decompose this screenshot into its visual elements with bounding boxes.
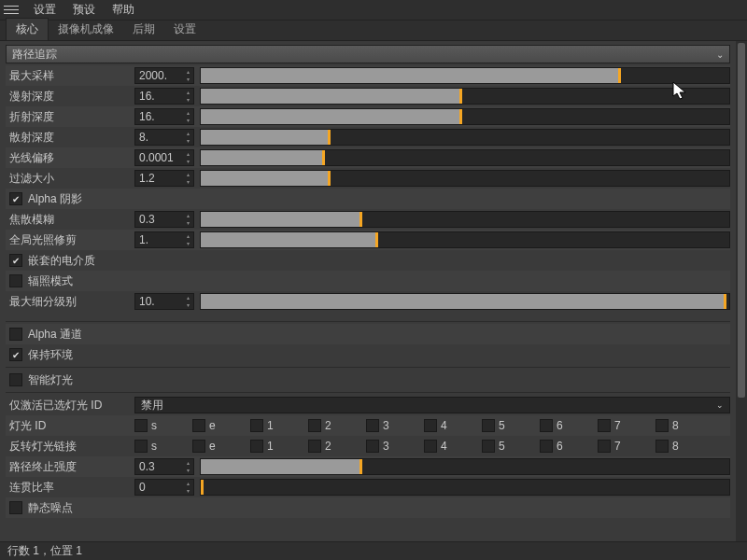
slider-max-samples[interactable] [200, 67, 730, 84]
row-termination: 路径终止强度 0.3▴▾ [6, 456, 730, 477]
status-bar: 行数 1，位置 1 [0, 541, 747, 560]
checkbox-nested-dielectric[interactable] [9, 254, 22, 267]
slider-filter-size[interactable] [200, 170, 730, 187]
slider-max-subdiv[interactable] [200, 293, 730, 310]
cb-light-5[interactable] [482, 419, 495, 432]
label-diffuse-depth: 漫射深度 [6, 89, 129, 105]
slider-diffuse-depth[interactable] [200, 88, 730, 105]
scrollbar-thumb[interactable] [738, 43, 745, 398]
row-coherence: 连贯比率 0▴▾ [6, 477, 730, 497]
section-path-tracing[interactable]: 路径追踪 ⌄ [6, 45, 730, 63]
row-filter-size: 过滤大小 1.2▴▾ [6, 168, 730, 189]
input-max-samples[interactable]: 2000.▴▾ [134, 67, 194, 84]
row-alpha-shadow: Alpha 阴影 [6, 189, 730, 209]
row-smart-light: 智能灯光 [6, 370, 730, 390]
input-ray-offset[interactable]: 0.0001▴▾ [134, 149, 194, 166]
label-smart-light: 智能灯光 [28, 372, 73, 388]
checkbox-static-noise[interactable] [9, 501, 22, 514]
cb-inv-8[interactable] [655, 440, 669, 453]
chevron-down-icon: ⌄ [716, 49, 724, 60]
cb-light-1[interactable] [250, 419, 263, 432]
menu-settings[interactable]: 设置 [26, 0, 63, 20]
label-light-id: 灯光 ID [6, 418, 129, 434]
input-termination[interactable]: 0.3▴▾ [134, 458, 194, 475]
vertical-scrollbar[interactable] [736, 41, 747, 541]
label-nested-dielectric: 嵌套的电介质 [28, 253, 95, 269]
cb-light-8[interactable] [655, 419, 669, 432]
row-nested-dielectric: 嵌套的电介质 [6, 250, 730, 271]
tab-camera-imager[interactable]: 摄像机成像 [49, 19, 123, 40]
light-id-options: s e 1 2 3 4 5 6 7 8 [134, 419, 730, 432]
input-filter-size[interactable]: 1.2▴▾ [134, 170, 194, 187]
row-irradiance-mode: 辐照模式 [6, 271, 730, 291]
cb-light-2[interactable] [308, 419, 321, 432]
slider-coherence[interactable] [200, 479, 730, 496]
input-refraction-depth[interactable]: 16.▴▾ [134, 108, 194, 125]
label-static-noise: 静态噪点 [28, 500, 73, 516]
row-keep-env: 保持环境 [6, 344, 730, 365]
label-termination: 路径终止强度 [6, 459, 129, 475]
cb-inv-6[interactable] [540, 440, 553, 453]
hamburger-icon[interactable] [4, 3, 19, 18]
row-max-subdiv: 最大细分级别 10.▴▾ [6, 291, 730, 312]
menu-bar: 设置 预设 帮助 [0, 0, 747, 21]
slider-gi-clamp[interactable] [200, 231, 730, 248]
cb-light-3[interactable] [366, 419, 379, 432]
dropdown-activate-light-id[interactable]: 禁用 ⌄ [134, 397, 730, 413]
chevron-down-icon: ⌄ [716, 400, 724, 410]
cb-inv-s[interactable] [134, 440, 148, 453]
row-ray-offset: 光线偏移 0.0001▴▾ [6, 147, 730, 168]
tab-post[interactable]: 后期 [123, 19, 164, 40]
row-static-noise: 静态噪点 [6, 497, 730, 518]
row-scatter-depth: 散射深度 8.▴▾ [6, 127, 730, 147]
slider-termination[interactable] [200, 458, 730, 475]
checkbox-alpha-shadow[interactable] [9, 192, 22, 205]
slider-scatter-depth[interactable] [200, 129, 730, 146]
row-refraction-depth: 折射深度 16.▴▾ [6, 106, 730, 127]
slider-caustic-blur[interactable] [200, 211, 730, 228]
label-keep-env: 保持环境 [28, 347, 73, 363]
tab-core[interactable]: 核心 [6, 18, 49, 40]
menu-help[interactable]: 帮助 [105, 0, 142, 20]
cb-inv-4[interactable] [424, 440, 437, 453]
cb-light-e[interactable] [192, 419, 205, 432]
input-caustic-blur[interactable]: 0.3▴▾ [134, 211, 194, 228]
row-diffuse-depth: 漫射深度 16.▴▾ [6, 86, 730, 106]
label-scatter-depth: 散射深度 [6, 130, 129, 146]
input-coherence[interactable]: 0▴▾ [134, 479, 194, 496]
row-activate-light-id: 仅激活已选灯光 ID 禁用 ⌄ [6, 395, 730, 415]
row-caustic-blur: 焦散模糊 0.3▴▾ [6, 209, 730, 230]
cb-light-4[interactable] [424, 419, 437, 432]
checkbox-smart-light[interactable] [9, 373, 22, 386]
slider-ray-offset[interactable] [200, 149, 730, 166]
cb-inv-5[interactable] [482, 440, 495, 453]
label-irradiance-mode: 辐照模式 [28, 273, 73, 289]
input-scatter-depth[interactable]: 8.▴▾ [134, 129, 194, 146]
input-max-subdiv[interactable]: 10.▴▾ [134, 293, 194, 310]
tab-settings[interactable]: 设置 [164, 19, 205, 40]
cb-light-7[interactable] [598, 419, 611, 432]
status-text: 行数 1，位置 1 [7, 543, 82, 559]
label-max-samples: 最大采样 [6, 68, 129, 84]
cb-inv-1[interactable] [250, 440, 263, 453]
tab-bar: 核心 摄像机成像 后期 设置 [0, 21, 747, 41]
menu-presets[interactable]: 预设 [65, 0, 103, 20]
cb-light-6[interactable] [540, 419, 553, 432]
cb-inv-2[interactable] [308, 440, 321, 453]
row-invert-light: 反转灯光链接 s e 1 2 3 4 5 6 7 8 [6, 436, 730, 456]
checkbox-keep-env[interactable] [9, 348, 22, 361]
slider-refraction-depth[interactable] [200, 108, 730, 125]
cb-inv-3[interactable] [366, 440, 379, 453]
input-diffuse-depth[interactable]: 16.▴▾ [134, 88, 194, 105]
label-alpha-channel: Alpha 通道 [28, 327, 82, 343]
row-max-samples: 最大采样 2000.▴▾ [6, 65, 730, 86]
label-activate-light-id: 仅激活已选灯光 ID [6, 398, 129, 413]
invert-light-options: s e 1 2 3 4 5 6 7 8 [134, 440, 730, 453]
input-gi-clamp[interactable]: 1.▴▾ [134, 231, 194, 248]
label-caustic-blur: 焦散模糊 [6, 212, 129, 228]
cb-inv-e[interactable] [192, 440, 205, 453]
checkbox-alpha-channel[interactable] [9, 328, 22, 341]
cb-inv-7[interactable] [598, 440, 611, 453]
cb-light-s[interactable] [134, 419, 148, 432]
checkbox-irradiance-mode[interactable] [9, 274, 22, 287]
